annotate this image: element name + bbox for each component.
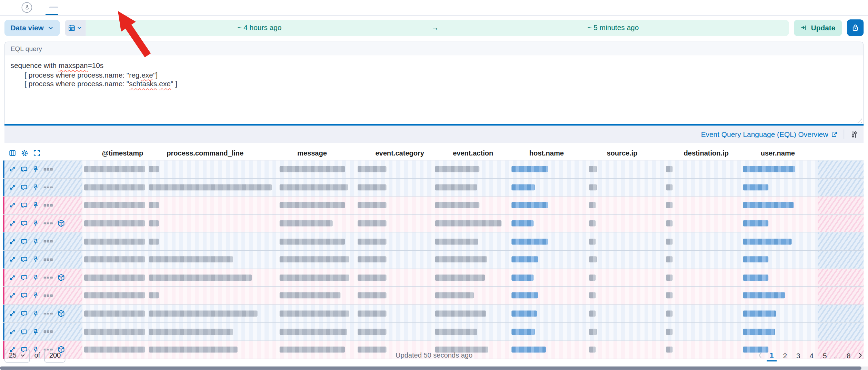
column-header-source-ip[interactable]: source.ip: [589, 149, 666, 157]
column-header-destination-ip[interactable]: destination.ip: [666, 149, 743, 157]
expand-event-icon[interactable]: [9, 274, 16, 281]
more-actions-icon[interactable]: [44, 186, 52, 188]
add-note-icon[interactable]: [20, 274, 28, 281]
more-actions-icon[interactable]: [44, 240, 52, 242]
eql-overview-link[interactable]: Event Query Language (EQL) Overview: [701, 130, 838, 138]
column-header-process-command-line[interactable]: process.command_line: [149, 149, 280, 157]
add-note-icon[interactable]: [20, 256, 28, 263]
date-quick-select-button[interactable]: [65, 20, 86, 36]
package-icon[interactable]: [57, 309, 65, 318]
redacted-value: [84, 292, 145, 299]
column-header-user-name[interactable]: user.name: [743, 149, 819, 157]
cell-event.category: [356, 287, 433, 304]
more-actions-icon[interactable]: [44, 204, 52, 207]
redacted-value: [84, 274, 145, 281]
redacted-value: [743, 329, 775, 335]
gear-icon[interactable]: [21, 149, 28, 157]
pin-event-icon[interactable]: [32, 256, 39, 263]
pin-event-icon[interactable]: [32, 274, 39, 281]
add-note-icon[interactable]: [20, 328, 28, 335]
row-filler: [818, 215, 864, 232]
more-actions-icon[interactable]: [44, 294, 52, 297]
expand-event-icon[interactable]: [9, 328, 16, 335]
more-actions-icon[interactable]: [44, 277, 52, 279]
cell-event.category: [356, 233, 433, 250]
expand-event-icon[interactable]: [9, 202, 16, 209]
expand-event-icon[interactable]: [9, 166, 16, 173]
expand-event-icon[interactable]: [9, 184, 16, 191]
column-header-event-action[interactable]: event.action: [435, 149, 512, 157]
pagination-ellipsis: …: [833, 351, 840, 360]
redacted-value: [280, 274, 349, 281]
redacted-value: [589, 311, 596, 317]
calendar-icon: [68, 24, 76, 31]
row-filler: [818, 251, 864, 268]
page-size-select[interactable]: 25: [4, 349, 30, 362]
redacted-value: [743, 274, 768, 281]
redacted-value: [280, 311, 349, 317]
pin-event-icon[interactable]: [32, 238, 39, 245]
more-actions-icon[interactable]: [44, 222, 52, 224]
pin-event-icon[interactable]: [32, 310, 39, 317]
expand-event-icon[interactable]: [9, 292, 16, 299]
previous-page-icon[interactable]: [757, 352, 763, 359]
more-actions-icon[interactable]: [44, 313, 52, 315]
page-button-5[interactable]: 5: [820, 350, 830, 361]
next-page-icon[interactable]: [857, 352, 864, 359]
range-end-button[interactable]: ~ 5 minutes ago: [587, 23, 639, 32]
column-header-@timestamp[interactable]: @timestamp: [84, 149, 149, 157]
column-header-message[interactable]: message: [280, 149, 358, 157]
pin-event-icon[interactable]: [32, 328, 39, 335]
cell-user.name: [741, 161, 818, 178]
expand-event-icon[interactable]: [9, 238, 16, 245]
pin-event-icon[interactable]: [32, 292, 39, 299]
page-button-3[interactable]: 3: [793, 350, 803, 361]
more-actions-icon[interactable]: [44, 331, 52, 333]
data-view-button[interactable]: Data view: [4, 20, 60, 36]
range-start-button[interactable]: ~ 4 hours ago: [237, 23, 281, 32]
page-button-4[interactable]: 4: [807, 350, 817, 361]
resize-handle[interactable]: [855, 116, 862, 123]
column-header-host-name[interactable]: host.name: [511, 149, 589, 157]
page-button-2[interactable]: 2: [780, 350, 790, 361]
pin-event-icon[interactable]: [32, 202, 39, 209]
add-note-icon[interactable]: [20, 202, 28, 209]
package-icon[interactable]: [57, 273, 65, 282]
add-note-icon[interactable]: [20, 184, 28, 191]
add-note-icon[interactable]: [20, 238, 28, 245]
add-note-icon[interactable]: [20, 310, 28, 317]
update-button[interactable]: Update: [794, 20, 842, 36]
cell-event.action: [433, 305, 510, 322]
eql-footer-bar: Event Query Language (EQL) Overview: [4, 126, 864, 143]
more-actions-icon[interactable]: [44, 259, 52, 261]
columns-icon[interactable]: [9, 149, 16, 157]
eql-query-textarea[interactable]: sequence with maxspan=10s [ process wher…: [5, 56, 863, 124]
cell-user.name: [741, 323, 818, 340]
lock-date-picker-button[interactable]: [847, 19, 864, 36]
more-actions-icon[interactable]: [44, 168, 52, 170]
row-actions: [4, 269, 82, 286]
package-icon[interactable]: [57, 219, 65, 228]
table-row: [3, 233, 864, 251]
pin-event-icon[interactable]: [32, 184, 39, 191]
tab-es-ql[interactable]: [18, 0, 32, 15]
column-header-event-category[interactable]: event.category: [358, 149, 435, 157]
pin-event-icon[interactable]: [32, 166, 39, 173]
tab-correlation[interactable]: [46, 0, 58, 15]
page-button-8[interactable]: 8: [844, 350, 854, 361]
expand-event-icon[interactable]: [9, 310, 16, 317]
add-note-icon[interactable]: [20, 292, 28, 299]
expand-event-icon[interactable]: [9, 220, 16, 227]
fullscreen-icon[interactable]: [33, 149, 40, 157]
pin-event-icon[interactable]: [32, 220, 39, 227]
cell-user.name: [741, 287, 818, 304]
expand-event-icon[interactable]: [9, 256, 16, 263]
scrollbar-thumb[interactable]: [0, 367, 861, 370]
add-note-icon[interactable]: [20, 220, 28, 227]
redacted-value: [435, 202, 479, 209]
page-button-1[interactable]: 1: [767, 350, 777, 361]
eql-settings-icon[interactable]: [850, 130, 858, 138]
add-note-icon[interactable]: [20, 166, 28, 173]
cell-event.action: [433, 251, 510, 268]
cell-event.action: [433, 161, 510, 178]
